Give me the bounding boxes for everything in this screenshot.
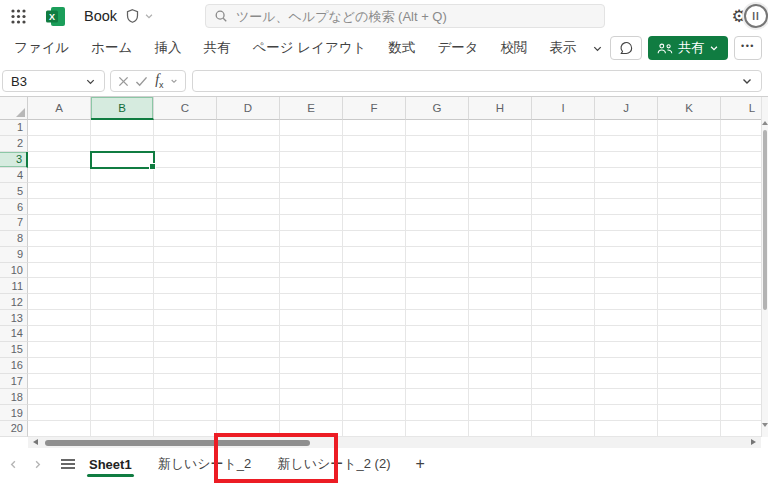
cell-B10[interactable] [91,263,154,279]
cell-C13[interactable] [154,310,217,326]
column-header-D[interactable]: D [217,97,280,120]
cell-J3[interactable] [595,152,658,168]
cell-C3[interactable] [154,152,217,168]
cell-H6[interactable] [469,199,532,215]
cell-A15[interactable] [28,342,91,358]
cell-C6[interactable] [154,199,217,215]
search-input[interactable] [205,4,605,28]
row-header-17[interactable]: 17 [0,374,28,390]
cell-K7[interactable] [658,215,721,231]
cell-A13[interactable] [28,310,91,326]
cell-E2[interactable] [280,136,343,152]
cell-G9[interactable] [406,247,469,263]
add-sheet-button[interactable]: + [410,455,431,473]
cell-L3[interactable] [721,152,762,168]
cell-B9[interactable] [91,247,154,263]
column-header-I[interactable]: I [532,97,595,120]
cell-C1[interactable] [154,120,217,136]
cell-A9[interactable] [28,247,91,263]
cell-J10[interactable] [595,263,658,279]
share-button[interactable]: 共有 [648,36,728,60]
cell-J4[interactable] [595,168,658,184]
cell-G16[interactable] [406,358,469,374]
cell-F6[interactable] [343,199,406,215]
cell-A2[interactable] [28,136,91,152]
menu-tab-7[interactable]: 校閲 [490,32,539,64]
row-header-20[interactable]: 20 [0,421,28,437]
cell-G18[interactable] [406,389,469,405]
cell-I8[interactable] [532,231,595,247]
cell-A18[interactable] [28,389,91,405]
sheet-tab-1[interactable]: 新しいシート_2 [145,448,265,480]
cell-L9[interactable] [721,247,762,263]
cell-A16[interactable] [28,358,91,374]
cell-D8[interactable] [217,231,280,247]
cell-I20[interactable] [532,421,595,437]
cell-I15[interactable] [532,342,595,358]
cell-E14[interactable] [280,326,343,342]
cell-L13[interactable] [721,310,762,326]
cell-F3[interactable] [343,152,406,168]
cell-C15[interactable] [154,342,217,358]
cell-G15[interactable] [406,342,469,358]
cell-F12[interactable] [343,294,406,310]
column-header-G[interactable]: G [406,97,469,120]
cell-F19[interactable] [343,405,406,421]
cell-A14[interactable] [28,326,91,342]
cell-B1[interactable] [91,120,154,136]
cell-G1[interactable] [406,120,469,136]
cell-G4[interactable] [406,168,469,184]
cell-B13[interactable] [91,310,154,326]
cell-F13[interactable] [343,310,406,326]
cell-D2[interactable] [217,136,280,152]
cell-E3[interactable] [280,152,343,168]
cell-F4[interactable] [343,168,406,184]
row-header-14[interactable]: 14 [0,326,28,342]
cell-H9[interactable] [469,247,532,263]
cell-E4[interactable] [280,168,343,184]
cancel-icon[interactable] [118,76,129,87]
cell-B3[interactable] [91,152,154,168]
cell-E11[interactable] [280,278,343,294]
row-header-13[interactable]: 13 [0,310,28,326]
cell-D7[interactable] [217,215,280,231]
cell-L7[interactable] [721,215,762,231]
cell-K19[interactable] [658,405,721,421]
cell-E19[interactable] [280,405,343,421]
cell-D19[interactable] [217,405,280,421]
column-header-L[interactable]: L [721,97,762,120]
menu-tab-2[interactable]: 挿入 [143,32,192,64]
cell-E6[interactable] [280,199,343,215]
cell-D13[interactable] [217,310,280,326]
cell-K18[interactable] [658,389,721,405]
row-header-8[interactable]: 8 [0,231,28,247]
cell-E15[interactable] [280,342,343,358]
menu-tab-6[interactable]: データ [426,32,489,64]
cell-K12[interactable] [658,294,721,310]
cell-D20[interactable] [217,421,280,437]
cell-G3[interactable] [406,152,469,168]
cell-I14[interactable] [532,326,595,342]
cell-G2[interactable] [406,136,469,152]
cell-E7[interactable] [280,215,343,231]
cell-B16[interactable] [91,358,154,374]
cell-F18[interactable] [343,389,406,405]
cell-J8[interactable] [595,231,658,247]
cell-B8[interactable] [91,231,154,247]
cell-C7[interactable] [154,215,217,231]
cell-K16[interactable] [658,358,721,374]
cell-C8[interactable] [154,231,217,247]
name-box[interactable]: B3 [2,70,105,92]
cell-H17[interactable] [469,374,532,390]
cell-J11[interactable] [595,278,658,294]
cell-L2[interactable] [721,136,762,152]
cell-H19[interactable] [469,405,532,421]
column-header-K[interactable]: K [658,97,721,120]
cell-L1[interactable] [721,120,762,136]
cell-H1[interactable] [469,120,532,136]
cell-J2[interactable] [595,136,658,152]
cell-F2[interactable] [343,136,406,152]
cell-G20[interactable] [406,421,469,437]
cell-E16[interactable] [280,358,343,374]
cell-J5[interactable] [595,183,658,199]
